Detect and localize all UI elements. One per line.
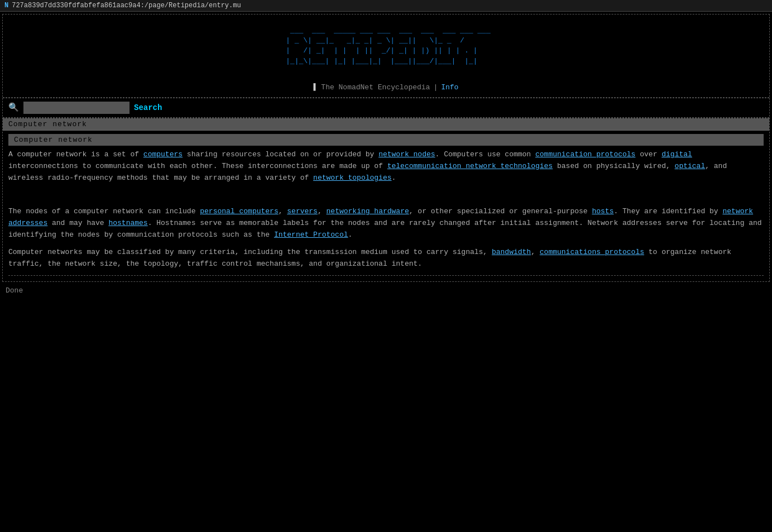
p2-text2: , — [279, 207, 287, 215]
tagline-separator: | — [433, 83, 438, 92]
content-area: Computer network A computer network is a… — [3, 131, 769, 281]
p2-text5: . They are identified by — [613, 207, 722, 215]
p1-link-optical[interactable]: optical — [675, 162, 706, 170]
p3-link-comm-protocols[interactable]: communications protocols — [540, 248, 644, 256]
p1-text3: . Computers use common — [435, 150, 535, 159]
main-window: ___ ___ _____ ___ ___ ___ ___ ___ ___ __… — [2, 14, 770, 282]
p1-text2: sharing resources located on or provided… — [183, 150, 378, 159]
search-input[interactable] — [23, 102, 130, 114]
p2-text6: and may have — [47, 219, 108, 227]
paragraph-3: Computer networks may be classified by m… — [8, 247, 764, 270]
tagline: ▌ The NomadNet Encyclopedia | Info — [3, 83, 769, 92]
p1-link-network-nodes[interactable]: network nodes — [378, 150, 435, 159]
search-button[interactable]: Search — [134, 103, 162, 112]
p2-text3: , — [318, 207, 327, 215]
tagline-cursor: ▌ — [314, 83, 318, 92]
entry-title-bar: Computer network — [3, 118, 769, 130]
search-icon[interactable]: 🔍 — [8, 102, 19, 113]
p1-text5: interconnections to communicate with eac… — [8, 162, 387, 170]
tagline-text: The NomadNet Encyclopedia — [321, 83, 430, 92]
p1-link-topologies[interactable]: network topologies — [313, 174, 391, 182]
spacer-1 — [8, 189, 764, 206]
bottom-divider — [8, 275, 764, 276]
search-bar: 🔍 Search — [3, 98, 769, 118]
ascii-art-section: ___ ___ _____ ___ ___ ___ ___ ___ ___ __… — [3, 15, 769, 98]
p1-link-telecom[interactable]: telecommunication network technologies — [387, 162, 553, 170]
p3-link-bandwidth[interactable]: bandwidth — [492, 248, 531, 256]
p3-text1: Computer networks may be classified by m… — [8, 248, 492, 256]
p1-link-digital[interactable]: digital — [661, 150, 692, 159]
ascii-art: ___ ___ _____ ___ ___ ___ ___ ___ ___ __… — [281, 26, 490, 76]
p1-text6: based on physically wired, — [553, 162, 674, 170]
p2-link-internet-protocol[interactable]: Internet Protocol — [274, 231, 348, 239]
p1-text8: . — [392, 174, 396, 182]
p2-link-hosts[interactable]: hosts — [592, 207, 613, 215]
p2-link-networking-hardware[interactable]: networking hardware — [327, 207, 409, 215]
p2-text8: . — [348, 231, 353, 239]
path-text: 727a839d7dd330fdfabfefa861aac9a4:/page/R… — [12, 2, 241, 9]
p2-text4: , or other specialized or general-purpos… — [409, 207, 592, 215]
p2-link-personal-computers[interactable]: personal computers — [200, 207, 278, 215]
p2-link-hostnames[interactable]: hostnames — [108, 219, 147, 227]
p1-link-communication-protocols[interactable]: communication protocols — [535, 150, 635, 159]
status-bar: Done — [0, 284, 772, 297]
info-link[interactable]: Info — [441, 83, 458, 92]
p1-link-computers[interactable]: computers — [143, 150, 183, 159]
paragraph-1: A computer network is a set of computers… — [8, 149, 764, 184]
p1-text4: over — [635, 150, 661, 159]
entry-title-bar-2: Computer network — [8, 134, 764, 146]
paragraph-2: The nodes of a computer network can incl… — [8, 206, 764, 241]
node-indicator: N — [4, 2, 8, 9]
p2-link-servers[interactable]: servers — [287, 207, 318, 215]
p1-text1: A computer network is a set of — [8, 150, 143, 159]
title-bar: N 727a839d7dd330fdfabfefa861aac9a4:/page… — [0, 0, 772, 12]
p3-text2: , — [531, 248, 540, 256]
p2-text1: The nodes of a computer network can incl… — [8, 207, 200, 215]
status-text: Done — [6, 286, 23, 295]
